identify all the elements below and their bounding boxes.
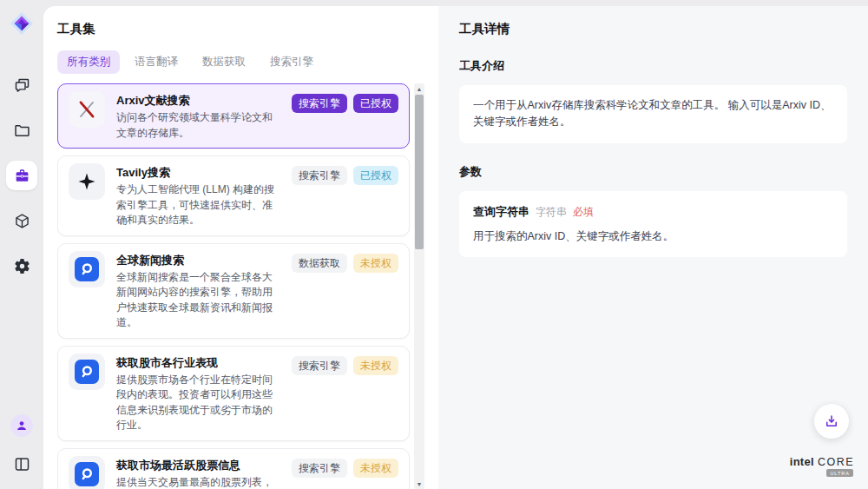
gear-icon xyxy=(13,257,31,275)
param-description: 用于搜索的Arxiv ID、关键字或作者姓名。 xyxy=(473,228,833,245)
scrollbar-up-arrow[interactable]: ▲ xyxy=(414,83,424,94)
arxiv-logo-icon xyxy=(69,91,105,128)
app-root: 工具集 所有类别 语言翻译 数据获取 搜索引擎 xyxy=(0,0,868,489)
tool-description: 全球新闻搜索是一个聚合全球各大新闻网站内容的搜索引擎，帮助用户快速获取全球最新资… xyxy=(116,270,280,331)
sidebar-item-chat[interactable] xyxy=(6,70,37,100)
chat-icon xyxy=(13,76,31,95)
category-tabs: 所有类别 语言翻译 数据获取 搜索引擎 xyxy=(57,50,424,74)
sidebar-item-packages[interactable] xyxy=(6,206,37,235)
category-badge: 搜索引擎 xyxy=(292,94,347,113)
download-button[interactable] xyxy=(814,404,849,439)
tool-description: 专为人工智能代理 (LLM) 构建的搜索引擎工具，可快速提供实时、准确和真实的结… xyxy=(116,182,280,228)
sidebar xyxy=(0,0,43,489)
tool-card-active-stocks[interactable]: 获取市场最活跃股票信息 提供当天交易量最高的股票列表，投资者可以利用这些信息来识… xyxy=(57,448,410,489)
sidebar-item-settings[interactable] xyxy=(6,251,37,281)
intel-wordmark: intel xyxy=(790,455,814,468)
stock-search-logo-icon xyxy=(75,360,99,384)
tool-list-wrap: Arxiv文献搜索 访问各个研究领域大量科学论文和文章的存储库。 搜索引擎 已授… xyxy=(57,83,424,489)
main-container: 工具集 所有类别 语言翻译 数据获取 搜索引擎 xyxy=(43,6,868,489)
toolset-title: 工具集 xyxy=(57,21,424,37)
param-card: 查询字符串 字符串 必填 用于搜索的Arxiv ID、关键字或作者姓名。 xyxy=(459,191,847,258)
tab-search-engine[interactable]: 搜索引擎 xyxy=(260,50,323,74)
user-icon xyxy=(15,419,29,433)
tab-language-translation[interactable]: 语言翻译 xyxy=(125,50,187,74)
category-badge: 数据获取 xyxy=(292,254,347,273)
tool-name: Arxiv文献搜索 xyxy=(116,93,280,109)
app-logo-icon[interactable] xyxy=(10,11,34,36)
sidebar-item-panel-toggle[interactable] xyxy=(6,449,37,479)
auth-status-badge: 未授权 xyxy=(353,356,398,375)
auth-status-badge: 已授权 xyxy=(353,166,398,185)
tool-name: 获取股市各行业表现 xyxy=(116,355,280,371)
intel-core-logo: intel CORE ULTRA xyxy=(790,455,854,477)
tool-name: Tavily搜索 xyxy=(116,165,280,181)
category-badge: 搜索引擎 xyxy=(292,356,347,375)
intro-heading: 工具介绍 xyxy=(459,58,847,74)
tool-name: 全球新闻搜索 xyxy=(116,253,280,268)
scrollbar-down-arrow[interactable]: ▼ xyxy=(414,479,424,489)
news-search-logo-icon xyxy=(75,257,99,281)
core-wordmark: CORE xyxy=(818,456,854,468)
scrollbar-thumb[interactable] xyxy=(415,95,424,249)
tab-all-categories[interactable]: 所有类别 xyxy=(57,50,120,74)
tool-card-global-news[interactable]: 全球新闻搜索 全球新闻搜索是一个聚合全球各大新闻网站内容的搜索引擎，帮助用户快速… xyxy=(57,243,410,339)
auth-status-badge: 未授权 xyxy=(353,254,398,273)
auth-status-badge: 未授权 xyxy=(353,459,398,478)
tool-list: Arxiv文献搜索 访问各个研究领域大量科学论文和文章的存储库。 搜索引擎 已授… xyxy=(57,83,410,489)
tool-card-sector-performance[interactable]: 获取股市各行业表现 提供股票市场各个行业在特定时间段内的表现。投资者可以利用这些… xyxy=(57,346,410,441)
folder-icon xyxy=(13,122,31,140)
sidebar-item-files[interactable] xyxy=(6,116,37,145)
param-required-label: 必填 xyxy=(573,204,594,221)
toolset-panel: 工具集 所有类别 语言翻译 数据获取 搜索引擎 xyxy=(43,6,438,489)
category-badge: 搜索引擎 xyxy=(292,166,347,185)
tool-name: 获取市场最活跃股票信息 xyxy=(116,458,280,473)
param-type: 字符串 xyxy=(536,204,567,221)
tavily-sparkle-icon xyxy=(69,163,105,200)
download-icon xyxy=(824,413,839,429)
auth-status-badge: 已授权 xyxy=(353,94,398,113)
category-badge: 搜索引擎 xyxy=(292,459,347,478)
tool-card-arxiv[interactable]: Arxiv文献搜索 访问各个研究领域大量科学论文和文章的存储库。 搜索引擎 已授… xyxy=(57,83,410,149)
details-title: 工具详情 xyxy=(459,21,847,37)
tool-description: 提供当天交易量最高的股票列表，投资者可以利用这些信息来识别流动性强的股票和潜在的… xyxy=(116,475,280,489)
tool-card-tavily[interactable]: Tavily搜索 专为人工智能代理 (LLM) 构建的搜索引擎工具，可快速提供实… xyxy=(57,155,410,236)
cube-icon xyxy=(13,212,31,230)
param-name: 查询字符串 xyxy=(473,203,529,221)
user-avatar[interactable] xyxy=(10,414,33,437)
list-scrollbar[interactable]: ▲ ▼ xyxy=(414,83,424,489)
params-heading: 参数 xyxy=(459,164,847,180)
intro-card: 一个用于从Arxiv存储库搜索科学论文和文章的工具。 输入可以是Arxiv ID… xyxy=(459,85,847,143)
ultra-badge: ULTRA xyxy=(826,469,853,477)
tool-details-panel: 工具详情 工具介绍 一个用于从Arxiv存储库搜索科学论文和文章的工具。 输入可… xyxy=(438,6,868,489)
tab-data-acquisition[interactable]: 数据获取 xyxy=(193,50,255,74)
split-panel-icon xyxy=(13,455,31,473)
tool-description: 访问各个研究领域大量科学论文和文章的存储库。 xyxy=(116,110,280,141)
sidebar-item-tools[interactable] xyxy=(6,161,37,190)
briefcase-icon xyxy=(13,167,31,185)
stock-search-logo-icon xyxy=(75,462,99,486)
tool-description: 提供股票市场各个行业在特定时间段内的表现。投资者可以利用这些信息来识别表现优于或… xyxy=(116,373,280,433)
